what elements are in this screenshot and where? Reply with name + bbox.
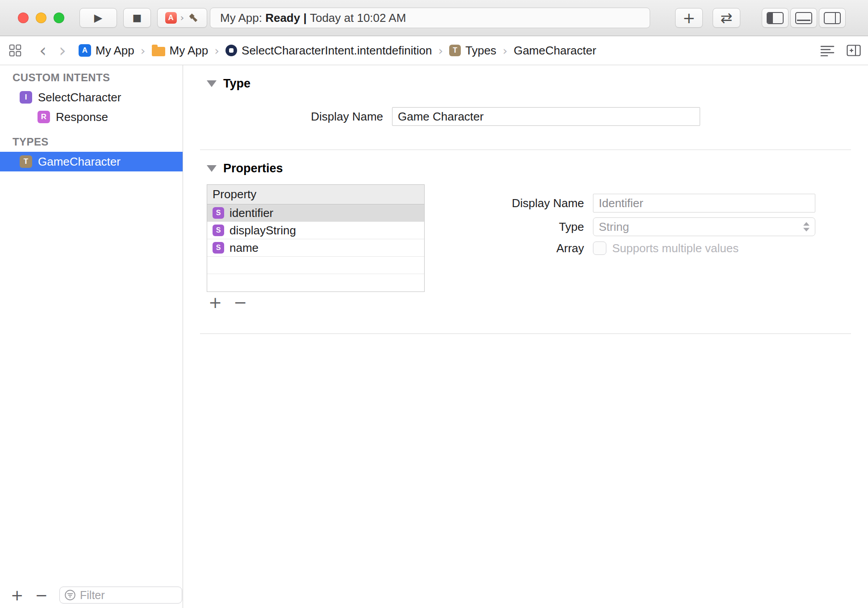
zoom-window-button[interactable] <box>54 12 64 23</box>
toggle-inspector-button[interactable] <box>819 8 846 28</box>
string-type-icon: S <box>213 207 224 219</box>
related-items-icon[interactable] <box>9 44 21 57</box>
scheme-selector[interactable]: A › <box>157 8 207 28</box>
inspector-type-field-wrap: String <box>593 217 815 236</box>
stop-button[interactable]: ■ <box>123 8 151 28</box>
editor-options-icon[interactable] <box>820 45 835 56</box>
table-row-identifier[interactable]: S identifier <box>207 204 424 222</box>
bottom-panel-icon <box>795 12 812 24</box>
type-icon: T <box>20 155 32 168</box>
library-add-button[interactable]: + <box>675 8 703 28</box>
breadcrumb-label: SelectCharacterIntent.intentdefinition <box>242 44 432 58</box>
hammer-icon <box>188 12 199 24</box>
close-window-button[interactable] <box>18 12 29 23</box>
inspector-display-name-field-wrap <box>593 194 815 212</box>
toggle-debug-area-button[interactable] <box>790 8 817 28</box>
sidebar-item-response[interactable]: R Response <box>0 107 183 127</box>
table-row-name[interactable]: S name <box>207 239 424 257</box>
remove-item-button[interactable]: − <box>35 587 48 603</box>
sidebar-filter-bar: + − <box>0 582 182 608</box>
string-type-icon: S <box>213 242 224 254</box>
inspector-type-label: Type <box>451 217 584 236</box>
breadcrumb-item-group[interactable]: My App <box>152 44 209 58</box>
jump-bar: ‹ › A My App › My App › SelectCharacterI… <box>0 36 868 65</box>
inspector-array-label: Array <box>451 242 584 255</box>
add-property-button[interactable]: + <box>209 295 222 311</box>
left-panel-icon <box>767 12 784 24</box>
sidebar-item-label: Response <box>56 110 108 124</box>
run-button[interactable]: ▶ <box>79 8 117 28</box>
editor-area: Type Display Name Properties Property S … <box>184 65 868 608</box>
property-name: identifier <box>230 206 273 220</box>
breadcrumb-separator: › <box>503 44 508 58</box>
filter-input[interactable] <box>80 589 169 602</box>
intent-icon: I <box>20 91 32 104</box>
dropdown-stepper-icon <box>803 222 810 232</box>
scheme-chevron-icon: › <box>180 13 184 23</box>
play-icon: ▶ <box>94 12 102 23</box>
breadcrumb-item-types[interactable]: T Types <box>449 44 496 58</box>
response-icon: R <box>38 111 50 123</box>
breadcrumb-separator: › <box>141 44 146 58</box>
inspector-array-field-wrap: Supports multiple values <box>593 242 815 255</box>
forward-button[interactable]: › <box>59 42 66 59</box>
xcode-window: ▶ ■ A › My App: Ready | Today at 10:02 A… <box>0 0 868 608</box>
filter-field[interactable] <box>59 587 182 604</box>
inspector-display-name-input[interactable] <box>593 194 815 212</box>
display-name-input[interactable] <box>392 107 700 126</box>
sidebar-item-gamecharacter[interactable]: T GameCharacter <box>0 152 183 171</box>
sidebar-item-selectcharacter[interactable]: I SelectCharacter <box>0 87 183 107</box>
breadcrumb-item-file[interactable]: SelectCharacterIntent.intentdefinition <box>225 44 432 58</box>
property-name: name <box>230 241 259 255</box>
sidebar-item-label: GameCharacter <box>38 155 121 169</box>
folder-icon <box>152 45 165 56</box>
property-name: displayString <box>230 224 296 237</box>
section-title-types: TYPES <box>0 132 183 152</box>
swap-arrows-icon: ⇄ <box>721 11 733 25</box>
intentdefinition-file-icon <box>225 45 237 56</box>
project-icon: A <box>79 44 91 57</box>
sidebar-item-label: SelectCharacter <box>38 91 121 104</box>
table-row-displaystring[interactable]: S displayString <box>207 222 424 239</box>
code-review-button[interactable]: ⇄ <box>713 8 740 28</box>
add-editor-icon[interactable] <box>847 45 861 56</box>
inspector-display-name-label: Display Name <box>451 194 584 212</box>
back-button[interactable]: ‹ <box>39 42 46 59</box>
breadcrumb-separator: › <box>438 44 443 58</box>
status-state: Ready | <box>265 11 310 25</box>
type-icon: T <box>449 45 461 56</box>
remove-property-button[interactable]: − <box>234 295 247 311</box>
properties-section-header[interactable]: Properties <box>207 162 283 175</box>
section-divider <box>200 150 851 150</box>
add-item-button[interactable]: + <box>11 587 24 603</box>
breadcrumb-label: My App <box>170 44 209 58</box>
table-row-empty <box>207 274 424 292</box>
plus-icon: + <box>683 10 696 25</box>
toggle-navigator-button[interactable] <box>762 8 789 28</box>
section-divider <box>200 333 851 334</box>
navigator-sidebar: CUSTOM INTENTS I SelectCharacter R Respo… <box>0 65 183 608</box>
toolbar: ▶ ■ A › My App: Ready | Today at 10:02 A… <box>0 0 868 36</box>
breadcrumb-separator: › <box>214 44 219 58</box>
array-checkbox[interactable] <box>593 242 606 255</box>
type-dropdown[interactable]: String <box>593 217 815 236</box>
stop-icon: ■ <box>133 13 142 23</box>
breadcrumb-item-project[interactable]: A My App <box>79 44 134 58</box>
breadcrumb-label: My App <box>96 44 134 58</box>
minimize-window-button[interactable] <box>36 12 46 23</box>
status-detail: Today at 10:02 AM <box>310 11 406 25</box>
status-app-name: My App: <box>220 11 265 25</box>
table-header-property: Property <box>207 185 424 204</box>
breadcrumb-label: Types <box>465 44 496 58</box>
filter-icon <box>64 589 76 601</box>
disclosure-triangle-icon <box>207 165 217 172</box>
array-checkbox-label: Supports multiple values <box>612 242 739 255</box>
table-row-empty <box>207 257 424 274</box>
type-section-header[interactable]: Type <box>207 77 250 91</box>
disclosure-triangle-icon <box>207 80 217 87</box>
breadcrumb-item-gamecharacter[interactable]: GameCharacter <box>513 44 596 58</box>
type-dropdown-value: String <box>599 220 629 234</box>
section-title: Type <box>223 77 250 91</box>
string-type-icon: S <box>213 225 224 236</box>
activity-viewer: My App: Ready | Today at 10:02 AM <box>210 8 650 28</box>
